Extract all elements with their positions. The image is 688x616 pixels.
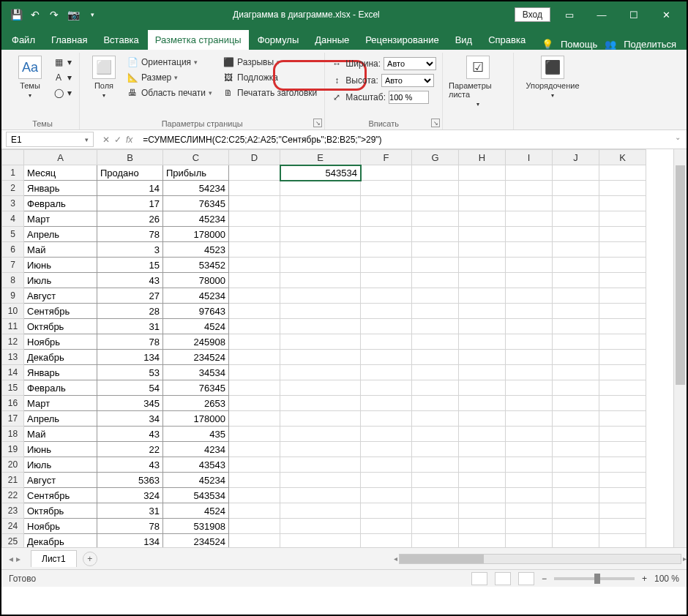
cell[interactable] <box>361 304 412 319</box>
row-header[interactable]: 25 <box>2 534 24 548</box>
cell[interactable] <box>599 503 646 519</box>
cell[interactable]: 43 <box>97 427 163 442</box>
cell[interactable] <box>361 534 412 548</box>
cancel-formula-icon[interactable]: ✕ <box>102 135 110 145</box>
cell[interactable]: 54 <box>97 380 163 396</box>
expand-formula-icon[interactable]: ⌄ <box>669 130 687 149</box>
cell[interactable] <box>506 442 553 457</box>
cell[interactable]: 78 <box>97 227 163 242</box>
cell[interactable] <box>459 288 506 304</box>
cell[interactable] <box>553 211 599 227</box>
cell[interactable] <box>229 427 280 442</box>
table-row[interactable]: 14Январь5334534 <box>2 365 646 380</box>
qat-customize-icon[interactable]: ▾ <box>86 9 98 20</box>
cell[interactable] <box>412 380 459 396</box>
cell[interactable]: 31 <box>97 503 163 519</box>
cell[interactable]: 43 <box>97 457 163 473</box>
row-header[interactable]: 7 <box>2 258 24 273</box>
print-titles-button[interactable]: 🗎Печатать заголовки <box>221 86 318 99</box>
col-header[interactable]: K <box>599 150 646 165</box>
row-header[interactable]: 9 <box>2 288 24 304</box>
col-header[interactable]: B <box>97 150 163 165</box>
cell[interactable]: 17 <box>97 196 163 211</box>
print-area-button[interactable]: 🖶Область печати <box>125 86 214 99</box>
cell[interactable] <box>553 503 599 519</box>
cell[interactable] <box>553 519 599 534</box>
cell[interactable] <box>459 457 506 473</box>
table-row[interactable]: 13Декабрь134234524 <box>2 350 646 365</box>
cell[interactable]: 324 <box>97 488 163 503</box>
cell[interactable] <box>459 503 506 519</box>
cell[interactable] <box>553 288 599 304</box>
cell[interactable] <box>412 288 459 304</box>
arrange-button[interactable]: ⬛ Упорядочение ▾ <box>520 53 586 118</box>
cell[interactable]: 543534 <box>163 488 229 503</box>
cell[interactable] <box>412 365 459 380</box>
cell[interactable] <box>361 365 412 380</box>
cell[interactable]: Февраль <box>24 196 97 211</box>
cell[interactable]: 76345 <box>163 196 229 211</box>
cell[interactable] <box>599 211 646 227</box>
cell[interactable] <box>599 396 646 411</box>
cell[interactable] <box>361 181 412 196</box>
cell[interactable] <box>280 242 361 258</box>
cell[interactable]: 4234 <box>163 442 229 457</box>
table-row[interactable]: 19Июнь224234 <box>2 442 646 457</box>
row-header[interactable]: 6 <box>2 242 24 258</box>
cell[interactable] <box>412 242 459 258</box>
cell[interactable] <box>412 473 459 488</box>
cell[interactable] <box>553 196 599 211</box>
cell[interactable] <box>459 227 506 242</box>
row-header[interactable]: 11 <box>2 319 24 334</box>
row-header[interactable]: 16 <box>2 396 24 411</box>
row-header[interactable]: 20 <box>2 457 24 473</box>
cell[interactable] <box>229 211 280 227</box>
cell[interactable] <box>553 380 599 396</box>
cell[interactable] <box>361 258 412 273</box>
cell[interactable] <box>506 165 553 181</box>
cell[interactable] <box>506 242 553 258</box>
cell[interactable] <box>599 427 646 442</box>
zoom-in-button[interactable]: + <box>642 574 647 584</box>
orientation-button[interactable]: 📄Ориентация <box>125 56 214 69</box>
cell[interactable]: 53 <box>97 365 163 380</box>
cell[interactable]: 543534 <box>280 165 361 181</box>
colors-button[interactable]: ▦▾ <box>51 56 73 69</box>
minimize-icon[interactable]: — <box>588 4 615 25</box>
cell[interactable]: Май <box>24 427 97 442</box>
cell[interactable] <box>506 273 553 288</box>
cell[interactable]: Продано <box>97 165 163 181</box>
cell[interactable] <box>459 396 506 411</box>
cell[interactable] <box>506 380 553 396</box>
cell[interactable]: 234524 <box>163 350 229 365</box>
cell[interactable] <box>459 519 506 534</box>
row-header[interactable]: 23 <box>2 503 24 519</box>
cell[interactable] <box>229 273 280 288</box>
cell[interactable] <box>280 473 361 488</box>
tab-help[interactable]: Справка <box>481 30 533 50</box>
cell[interactable] <box>553 165 599 181</box>
tab-file[interactable]: Файл <box>4 30 42 50</box>
cell[interactable]: Май <box>24 242 97 258</box>
cell[interactable] <box>506 457 553 473</box>
cell[interactable] <box>280 380 361 396</box>
cell[interactable] <box>280 181 361 196</box>
col-header[interactable]: G <box>412 150 459 165</box>
close-icon[interactable]: ✕ <box>653 4 679 25</box>
cell[interactable] <box>459 427 506 442</box>
cell[interactable] <box>361 273 412 288</box>
cell[interactable] <box>599 181 646 196</box>
cell[interactable]: 45234 <box>163 211 229 227</box>
table-row[interactable]: 15Февраль5476345 <box>2 380 646 396</box>
enter-formula-icon[interactable]: ✓ <box>114 135 121 145</box>
tab-review[interactable]: Рецензирование <box>358 30 446 50</box>
prev-sheet-icon[interactable]: ◂ <box>9 554 13 564</box>
scale-input[interactable] <box>389 91 429 104</box>
cell[interactable] <box>459 304 506 319</box>
cell[interactable]: Январь <box>24 365 97 380</box>
cell[interactable]: 27 <box>97 288 163 304</box>
cell[interactable] <box>506 196 553 211</box>
cell[interactable]: Февраль <box>24 380 97 396</box>
themes-button[interactable]: Aa Темы ▾ <box>12 53 48 118</box>
cell[interactable]: Июль <box>24 457 97 473</box>
